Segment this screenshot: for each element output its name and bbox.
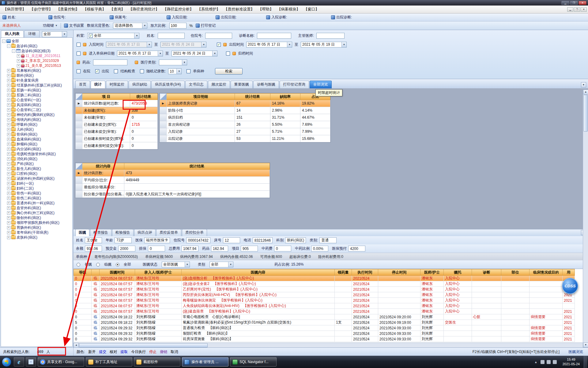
action-center-icon[interactable] [541, 360, 545, 364]
tree-item[interactable]: +肛肠二科(病区) [2, 93, 72, 98]
tree-item[interactable]: +胃肠外科(病区) [2, 225, 72, 230]
show-desktop-button[interactable] [584, 356, 587, 368]
start-button[interactable] [2, 357, 11, 367]
tree-item[interactable]: +妇科(一区) [2, 181, 72, 186]
sidebar-filter-select[interactable]: 全部▼ [42, 31, 67, 37]
tab-2[interactable]: 时限监控 [106, 81, 128, 88]
admit-time-checkbox[interactable] [77, 43, 81, 47]
order-row[interactable]: 0临20210524 08:07:57潘铭东/王玲玲人免疫缺陷病毒抗体测定(An… [74, 303, 575, 309]
admit-from-date[interactable]: 2021 年 05 月 17 日▼ [106, 42, 152, 48]
tree-expander-icon[interactable]: + [7, 177, 10, 180]
discharge-to-date[interactable]: 2021 年 05 月 19 日▼ [301, 42, 347, 48]
pinned-ie-button[interactable]: e [14, 357, 24, 366]
tree-item[interactable]: +呼吸科(病区) [2, 122, 72, 127]
single-disease-date-checkbox[interactable] [77, 52, 81, 56]
tree-expander-icon[interactable]: + [7, 94, 10, 97]
menu-item[interactable]: 【查询】 [108, 6, 127, 13]
tree-item[interactable]: +普通外科(外一科)(病区) [2, 201, 72, 205]
tree-item[interactable]: +神经内科(脑病科)(病区) [2, 112, 72, 117]
order-row[interactable]: 0临20210524 09:18:22刘光辉/陈檬常规心电图检查 心脏[心电诊断… [74, 314, 575, 320]
menu-item[interactable]: 【系统维护】 [195, 6, 222, 13]
random-records-checkbox[interactable] [140, 69, 144, 73]
order-type-select[interactable]: 全部▼ [209, 262, 233, 267]
scrollbar-thumb[interactable] [79, 343, 208, 347]
table-row[interactable]: 已创建未按时提交(审签):0 [76, 142, 158, 149]
orders-tab-4[interactable]: 质控反馈单 [156, 229, 181, 236]
discharge-time-checkbox[interactable]: ✓ [217, 43, 221, 47]
menu-item[interactable]: 【质控标准设置】 [222, 6, 256, 13]
tree-expander-icon[interactable]: + [17, 59, 20, 63]
tree-item[interactable]: +肛肠一科(病区) [2, 88, 72, 93]
tree-item[interactable]: +骨病科(病区) [2, 132, 72, 137]
tree-expander-icon[interactable]: + [7, 118, 10, 121]
tree-item[interactable]: +新生儿科(病区) [2, 166, 72, 171]
order-row[interactable]: 0临20210524 08:07:57潘铭东/王玲玲梅毒螺旋体抗体测定 【医学检… [74, 298, 575, 303]
tree-expander-icon[interactable]: + [7, 84, 10, 87]
table-row[interactable]: 已创建未提交(撰写):1715 [76, 121, 158, 128]
order-row[interactable]: 0临20210524 09:29:32刘光辉/陈檬裂隙灯检查 【眼科(病区)】2… [74, 331, 575, 336]
tab-overflow-icon[interactable]: ▼ [581, 82, 586, 87]
tree-expander-icon[interactable]: + [7, 167, 10, 171]
tree-expander-icon[interactable]: + [7, 138, 10, 141]
tab-7[interactable]: 重要医嘱 [231, 81, 253, 88]
minimize-icon[interactable]: ▁ [561, 1, 569, 5]
table-row[interactable]: ▶上级医师查房记录6714.16%19.82% [160, 100, 330, 107]
task-button[interactable]: 操作者:管理员 ... [182, 357, 228, 366]
orders-tab-2[interactable]: 检验报告 [112, 229, 134, 236]
bg-color-select[interactable]: 请选择颜色▼ [113, 23, 147, 29]
tree-item[interactable]: +心血管科(二区) [2, 107, 72, 112]
long-order-radio[interactable] [77, 263, 80, 266]
menu-item[interactable]: 【模板字典】 [81, 6, 108, 13]
name-input[interactable] [158, 33, 185, 39]
orders-tab-5[interactable]: 质控扣分单 [182, 229, 207, 236]
doctor-input[interactable] [316, 33, 345, 39]
tree-item[interactable]: +针灸康复病房 [2, 78, 72, 83]
search-button[interactable]: 检索 [215, 68, 243, 75]
tree-item[interactable]: +皮肤科(病区) [2, 235, 72, 240]
close-icon[interactable]: ✕ [579, 1, 586, 5]
dept-select[interactable]: ✓ 全部▼ [87, 33, 139, 39]
order-status-select[interactable]: 全部医嘱▼ [162, 262, 190, 267]
tree-item[interactable]: +心血管科(一区) [2, 98, 72, 102]
zoom-input[interactable] [169, 23, 187, 29]
mdi-restore-icon[interactable]: ❐ [574, 7, 580, 12]
tree-item[interactable]: +血液病科(病区) [2, 137, 72, 142]
tab-0[interactable]: 首页 [75, 81, 90, 88]
vertical-scrollbar[interactable]: ▲ ▼ [583, 90, 588, 347]
table-row[interactable]: 未创建(审签):0 [76, 114, 158, 121]
tree-item[interactable]: +结直肠外科(肛肠三科)(病区) [2, 83, 72, 88]
tab-6[interactable]: 频次监控 [208, 81, 230, 88]
medical-type-select[interactable]: ▼ [159, 59, 187, 65]
tree-expander-icon[interactable]: + [7, 192, 10, 195]
random-records-select[interactable]: 10▼ [168, 68, 182, 74]
network-icon[interactable] [547, 360, 551, 364]
table-row[interactable]: 最低得分/最高得分: [76, 184, 270, 191]
tree-expander-icon[interactable]: + [7, 182, 10, 185]
menu-item[interactable]: 【路径监控分析】 [161, 6, 195, 13]
drug-input[interactable] [93, 59, 127, 65]
checkbox-checked-icon[interactable]: ✓ [89, 34, 93, 38]
diagnosis-input[interactable] [257, 33, 291, 39]
tree-item[interactable]: +疮疡蛇伤脉管外科(病区) [2, 151, 72, 156]
tree-item[interactable]: +妇科(二区) [2, 186, 72, 191]
archive-time-checkbox[interactable] [226, 52, 230, 56]
task-button[interactable]: 补丁工具地址 [86, 357, 132, 366]
menu-item[interactable]: 【病历管理】 [1, 6, 28, 13]
tab-browse-all[interactable]: 全部浏览 [310, 81, 332, 88]
tree-item[interactable]: +骨伤二科(病区) [2, 196, 72, 201]
single-disease-checkbox[interactable] [187, 69, 190, 73]
tree-item[interactable]: +21_吴久旱_20210513 [2, 63, 72, 68]
tree-expander-icon[interactable]: + [7, 206, 10, 210]
tab-patient-list[interactable]: 病人列表 [1, 30, 24, 37]
in-hospital-checkbox[interactable] [77, 69, 81, 73]
table-row[interactable]: 已创建未按时提交(撰写):0 [76, 135, 158, 142]
tree-expander-icon[interactable]: + [7, 236, 10, 239]
tree-expander-icon[interactable]: + [7, 226, 10, 229]
table-row[interactable]: 阶段小结142.96%4.14% [160, 107, 330, 114]
table-row[interactable]: 已创建未提交(审签):0 [76, 128, 158, 135]
table-row[interactable]: 未创建(撰写):338 [76, 107, 158, 114]
tree-expander-icon[interactable]: + [17, 64, 20, 67]
menu-item[interactable]: 【质量控制】 [55, 6, 81, 13]
temp-order-radio[interactable] [96, 263, 100, 266]
single-disease-from-date[interactable]: 2021 年 05 月 17 日▼ [117, 51, 163, 56]
